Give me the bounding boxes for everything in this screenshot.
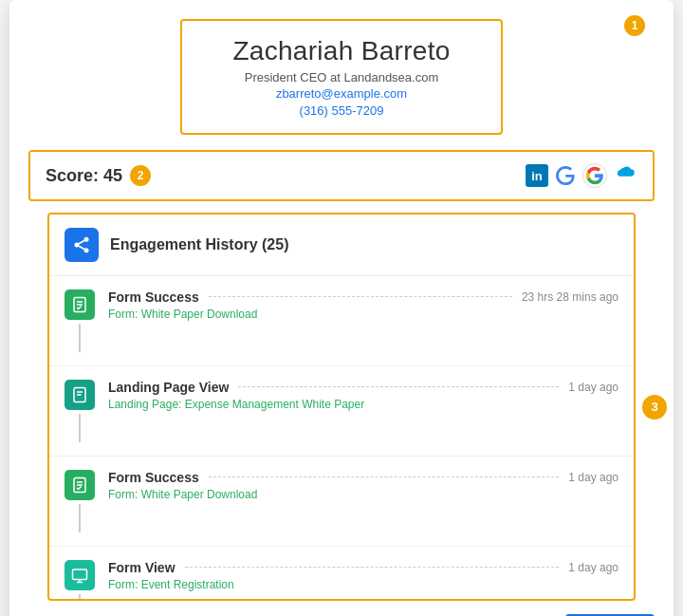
item-title-row: Form View 1 day ago xyxy=(108,560,618,575)
score-section: Score: 45 2 in xyxy=(9,150,674,213)
screen-icon xyxy=(71,567,88,584)
item-content: Form View 1 day ago Form: Event Registra… xyxy=(108,560,618,591)
item-dots xyxy=(209,296,512,297)
list-item: Form View 1 day ago Form: Event Registra… xyxy=(49,547,634,599)
engagement-section: Engagement History (25) xyxy=(47,213,636,601)
modal: Zachariah Barreto President CEO at Landa… xyxy=(9,0,674,616)
score-icons: in xyxy=(526,161,637,190)
svg-rect-15 xyxy=(73,569,87,580)
item-icon-col xyxy=(65,289,95,352)
item-subtitle: Form: White Paper Download xyxy=(108,488,618,501)
list-item: Form Success 23 hrs 28 mins ago Form: Wh… xyxy=(49,276,634,366)
form-success-icon-2 xyxy=(65,470,95,500)
engagement-list: Form Success 23 hrs 28 mins ago Form: Wh… xyxy=(49,276,634,599)
google-icon[interactable] xyxy=(554,164,577,187)
list-item: Landing Page View 1 day ago Landing Page… xyxy=(49,366,634,457)
item-subtitle: Form: Event Registration xyxy=(108,578,618,591)
form-icon xyxy=(71,296,88,313)
score-header: Score: 45 2 in xyxy=(30,152,653,199)
item-title: Form Success xyxy=(108,289,199,305)
contact-phone: (316) 555-7209 xyxy=(212,103,471,118)
item-line xyxy=(79,324,81,352)
item-line xyxy=(79,414,81,442)
item-icon-col xyxy=(65,560,95,599)
share-icon xyxy=(72,235,91,254)
svg-line-5 xyxy=(79,240,84,243)
engagement-wrapper: Engagement History (25) xyxy=(28,213,655,601)
score-label: Score: 45 xyxy=(46,166,122,186)
item-content: Form Success 1 day ago Form: White Paper… xyxy=(108,470,618,501)
item-icon-col xyxy=(65,380,95,442)
engagement-header: Engagement History (25) xyxy=(49,215,634,276)
item-line xyxy=(79,504,81,532)
badge-2: 2 xyxy=(130,165,151,186)
contact-title: President CEO at Landandsea.com xyxy=(212,70,471,84)
svg-line-4 xyxy=(79,246,84,249)
contact-card: Zachariah Barreto President CEO at Landa… xyxy=(180,19,503,135)
engagement-icon-wrap xyxy=(65,228,99,262)
item-title: Landing Page View xyxy=(108,380,229,395)
item-title: Form View xyxy=(108,560,175,575)
form-icon xyxy=(71,476,88,494)
page-icon xyxy=(71,386,88,403)
landing-page-icon xyxy=(65,380,95,410)
list-item: Form Success 1 day ago Form: White Paper… xyxy=(49,457,634,547)
form-success-icon-1 xyxy=(65,289,95,320)
item-dots xyxy=(185,567,560,568)
badge-1: 1 xyxy=(624,15,645,36)
item-time: 1 day ago xyxy=(568,561,618,574)
item-dots xyxy=(209,476,560,477)
item-title-row: Landing Page View 1 day ago xyxy=(108,380,618,395)
item-line xyxy=(79,594,81,599)
item-content: Form Success 23 hrs 28 mins ago Form: Wh… xyxy=(108,289,618,321)
score-bar: Score: 45 2 in xyxy=(28,150,655,201)
item-icon-col xyxy=(65,470,95,532)
item-subtitle: Landing Page: Expense Management White P… xyxy=(108,398,618,411)
salesforce-icon[interactable] xyxy=(613,161,637,190)
contact-section: Zachariah Barreto President CEO at Landa… xyxy=(9,0,674,150)
item-time: 23 hrs 28 mins ago xyxy=(522,290,618,304)
badge-3: 3 xyxy=(642,395,667,420)
item-title-row: Form Success 23 hrs 28 mins ago xyxy=(108,289,618,305)
item-title: Form Success xyxy=(108,470,199,485)
svg-point-2 xyxy=(75,243,80,248)
item-dots xyxy=(238,386,559,387)
linkedin-icon[interactable]: in xyxy=(526,164,548,187)
form-view-icon xyxy=(65,560,95,590)
score-left: Score: 45 2 xyxy=(46,165,151,186)
item-subtitle: Form: White Paper Download xyxy=(108,308,618,321)
svg-point-3 xyxy=(84,248,89,252)
item-time: 1 day ago xyxy=(568,471,618,484)
engagement-title: Engagement History (25) xyxy=(110,236,288,253)
svg-point-1 xyxy=(84,237,89,242)
contact-email[interactable]: zbarreto@example.com xyxy=(276,86,407,101)
item-content: Landing Page View 1 day ago Landing Page… xyxy=(108,380,618,411)
google-icon-circle[interactable] xyxy=(582,163,607,188)
modal-footer: Close xyxy=(9,601,674,616)
item-title-row: Form Success 1 day ago xyxy=(108,470,618,485)
item-time: 1 day ago xyxy=(568,381,618,394)
contact-name: Zachariah Barreto xyxy=(212,36,471,66)
